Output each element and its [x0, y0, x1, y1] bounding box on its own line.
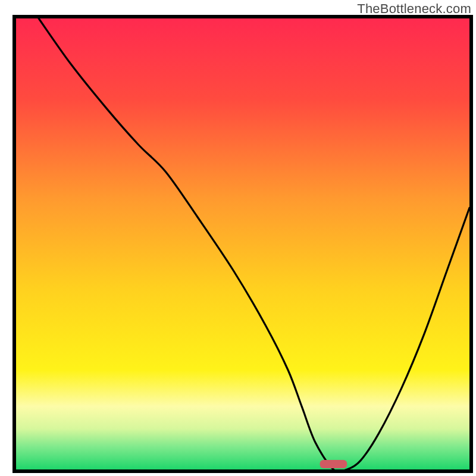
optimal-marker — [320, 460, 347, 468]
watermark-text: TheBottleneck.com — [357, 1, 471, 17]
plot-area — [16, 18, 469, 472]
chart-root: TheBottleneck.com — [0, 0, 476, 476]
gradient-background — [16, 18, 469, 469]
bottleneck-chart — [0, 0, 476, 476]
